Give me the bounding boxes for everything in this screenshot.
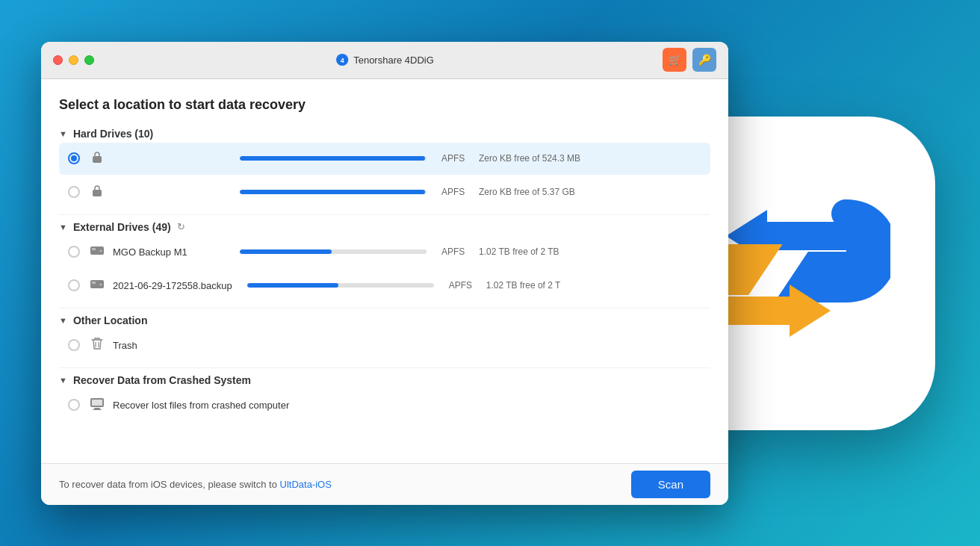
svg-rect-3 xyxy=(93,190,102,196)
fs-type-hd2: APFS xyxy=(441,187,479,197)
radio-hd2[interactable] xyxy=(68,186,80,198)
key-button[interactable]: 🔑 xyxy=(692,48,716,72)
drive-row[interactable]: MGO Backup M1 APFS 1.02 TB free of 2 TB xyxy=(59,236,710,268)
divider xyxy=(59,214,710,215)
svg-rect-8 xyxy=(92,282,96,284)
chevron-down-icon: ▼ xyxy=(59,223,67,232)
content-area: Select a location to start data recovery… xyxy=(41,79,728,463)
chevron-down-icon: ▼ xyxy=(59,129,67,138)
titlebar-actions: 🛒 🔑 xyxy=(663,48,716,72)
app-title: Tenorshare 4DDiG xyxy=(353,55,434,66)
section-crashed-system: ▼ Recover Data from Crashed System Recov… xyxy=(59,374,710,421)
app-logo-icon: 4 xyxy=(335,53,349,66)
chevron-down-icon: ▼ xyxy=(59,316,67,325)
drive-row[interactable]: 2021-06-29-172558.backup APFS 1.02 TB fr… xyxy=(59,270,710,302)
titlebar-title-area: 4 Tenorshare 4DDiG xyxy=(335,53,434,66)
drive-name-ext1: MGO Backup M1 xyxy=(113,246,225,258)
ultdata-ios-link[interactable]: UltData-iOS xyxy=(280,479,332,490)
section-external-drives: ▼ External Drives (49) ↻ MGO Backup M1 xyxy=(59,221,710,302)
svg-rect-5 xyxy=(92,248,96,250)
computer-icon xyxy=(89,397,105,414)
page-title: Select a location to start data recovery xyxy=(59,97,710,113)
free-space-ext1: 1.02 TB free of 2 TB xyxy=(479,246,559,257)
svg-rect-2 xyxy=(93,156,102,163)
svg-point-9 xyxy=(100,283,102,285)
key-icon: 🔑 xyxy=(698,54,711,66)
footer-message: To recover data from iOS devices, please… xyxy=(59,479,332,490)
fs-type-ext1: APFS xyxy=(441,246,479,257)
section-hard-drives: ▼ Hard Drives (10) APFS Zero KB free of … xyxy=(59,128,710,208)
svg-rect-15 xyxy=(93,409,102,410)
drive-name-ext2: 2021-06-29-172558.backup xyxy=(113,280,232,291)
lock-icon xyxy=(89,150,105,167)
progress-fill-ext1 xyxy=(240,249,332,254)
refresh-icon[interactable]: ↻ xyxy=(177,221,185,232)
trash-icon xyxy=(89,337,105,354)
section-header-hard-drives[interactable]: ▼ Hard Drives (10) xyxy=(59,128,710,140)
section-title-hard-drives: Hard Drives (10) xyxy=(73,128,153,140)
external-drive-icon xyxy=(89,277,105,294)
section-title-other-location: Other Location xyxy=(73,314,148,326)
close-button[interactable] xyxy=(53,55,63,65)
svg-point-6 xyxy=(100,249,102,252)
drive-name-crashed: Recover lost files from crashed computer xyxy=(113,400,289,411)
progress-fill-hd1 xyxy=(240,156,425,161)
main-window: 4 Tenorshare 4DDiG 🛒 🔑 Select a location… xyxy=(41,42,728,505)
progress-bar-hd1 xyxy=(240,156,427,161)
maximize-button[interactable] xyxy=(84,55,94,65)
fs-type-ext2: APFS xyxy=(449,280,486,291)
radio-trash[interactable] xyxy=(68,339,80,351)
titlebar: 4 Tenorshare 4DDiG 🛒 🔑 xyxy=(41,42,728,79)
section-title-crashed-system: Recover Data from Crashed System xyxy=(73,374,251,386)
section-header-other-location[interactable]: ▼ Other Location xyxy=(59,314,710,326)
progress-bar-ext1 xyxy=(240,249,427,254)
drive-row[interactable]: Trash xyxy=(59,329,710,362)
lock-icon xyxy=(89,184,105,201)
fs-type-hd1: APFS xyxy=(441,153,479,164)
drive-row[interactable]: APFS Zero KB free of 524.3 MB xyxy=(59,143,710,175)
drive-row[interactable]: Recover lost files from crashed computer xyxy=(59,389,710,421)
section-header-crashed-system[interactable]: ▼ Recover Data from Crashed System xyxy=(59,374,710,386)
traffic-lights xyxy=(53,55,94,65)
radio-ext1[interactable] xyxy=(68,246,80,258)
progress-bar-hd2 xyxy=(240,190,427,194)
footer-text-prefix: To recover data from iOS devices, please… xyxy=(59,479,280,490)
chevron-down-icon: ▼ xyxy=(59,376,67,385)
cart-icon: 🛒 xyxy=(669,54,681,66)
progress-bar-ext2 xyxy=(247,283,434,288)
section-other-location: ▼ Other Location Trash xyxy=(59,314,710,362)
svg-text:4: 4 xyxy=(341,57,344,64)
progress-fill-ext2 xyxy=(247,283,339,288)
radio-ext2[interactable] xyxy=(68,279,80,291)
radio-crashed[interactable] xyxy=(68,399,80,411)
external-drive-icon xyxy=(89,243,105,261)
drive-name-trash: Trash xyxy=(113,340,225,351)
section-title-external-drives: External Drives (49) xyxy=(73,221,171,233)
progress-fill-hd2 xyxy=(240,190,425,194)
minimize-button[interactable] xyxy=(69,55,78,65)
cart-button[interactable]: 🛒 xyxy=(663,48,686,72)
free-space-hd1: Zero KB free of 524.3 MB xyxy=(479,153,580,164)
section-header-external-drives[interactable]: ▼ External Drives (49) ↻ xyxy=(59,221,710,233)
scan-button[interactable]: Scan xyxy=(631,471,710,498)
divider xyxy=(59,367,710,368)
drive-row[interactable]: APFS Zero KB free of 5.37 GB xyxy=(59,176,710,208)
free-space-hd2: Zero KB free of 5.37 GB xyxy=(479,187,575,197)
divider xyxy=(59,308,710,308)
radio-hd1[interactable] xyxy=(68,152,80,164)
free-space-ext2: 1.02 TB free of 2 T xyxy=(486,280,561,291)
svg-rect-14 xyxy=(94,408,100,409)
svg-rect-13 xyxy=(92,400,102,406)
footer: To recover data from iOS devices, please… xyxy=(41,463,728,505)
